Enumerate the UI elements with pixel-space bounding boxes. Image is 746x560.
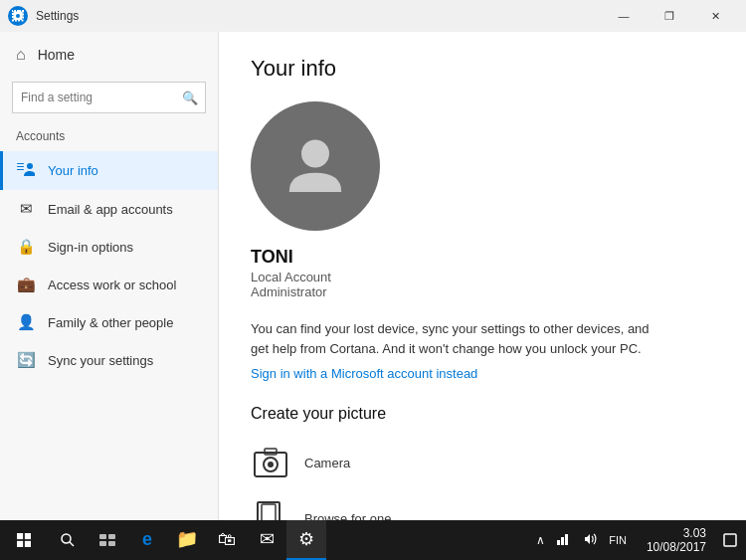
minimize-button[interactable]: — <box>601 0 647 32</box>
create-picture-title: Create your picture <box>251 405 714 423</box>
search-icon: 🔍 <box>182 91 198 105</box>
svg-rect-17 <box>99 534 106 539</box>
sidebar-item-sync-settings[interactable]: 🔄 Sync your settings <box>0 341 218 379</box>
taskbar-app-edge[interactable]: e <box>127 520 167 560</box>
user-name: TONI <box>251 247 714 268</box>
page-title: Your info <box>251 56 714 82</box>
title-bar: Settings — ❐ ✕ <box>0 0 746 32</box>
svg-rect-1 <box>17 166 24 167</box>
svg-rect-10 <box>262 504 276 520</box>
tray-network-icon[interactable] <box>553 531 575 550</box>
title-bar-left: Settings <box>8 6 79 26</box>
taskbar: e 📁 🛍 ✉ ⚙ ∧ FIN 3.03 10/08/2017 <box>0 520 746 560</box>
notification-center-button[interactable] <box>714 520 746 560</box>
tray-volume-icon[interactable] <box>579 531 601 550</box>
close-button[interactable]: ✕ <box>692 0 738 32</box>
taskbar-apps: e 📁 🛍 ✉ ⚙ <box>127 520 524 560</box>
sign-in-icon: 🔒 <box>16 238 36 256</box>
work-icon: 💼 <box>16 276 36 293</box>
svg-rect-0 <box>17 163 24 164</box>
browse-option[interactable]: Browse for one <box>251 490 714 520</box>
camera-option[interactable]: Camera <box>251 435 714 490</box>
title-bar-controls: — ❐ ✕ <box>601 0 738 32</box>
tray-expand-icon[interactable]: ∧ <box>532 531 549 549</box>
user-account-type: Local Account <box>251 270 714 284</box>
title-bar-title: Settings <box>36 9 79 23</box>
home-icon: ⌂ <box>16 46 26 64</box>
sidebar-item-email-app-accounts[interactable]: ✉ Email & app accounts <box>0 190 218 228</box>
svg-point-15 <box>62 534 71 543</box>
svg-point-7 <box>268 462 274 467</box>
camera-label: Camera <box>304 456 350 470</box>
sidebar-item-label-email: Email & app accounts <box>48 202 173 217</box>
info-text: You can find your lost device, sync your… <box>251 319 668 358</box>
settings-window-icon <box>8 6 28 26</box>
sign-in-microsoft-link[interactable]: Sign in with a Microsoft account instead <box>251 366 714 381</box>
taskbar-app-store[interactable]: 🛍 <box>207 520 247 560</box>
svg-rect-13 <box>17 541 23 547</box>
camera-icon <box>251 443 290 482</box>
taskbar-clock[interactable]: 3.03 10/08/2017 <box>639 526 714 555</box>
app-container: ⌂ Home 🔍 Accounts Your info ✉ Email & a <box>0 32 746 520</box>
taskbar-app-settings[interactable]: ⚙ <box>286 520 326 560</box>
main-content: Your info TONI Local Account Administrat… <box>219 32 746 520</box>
sidebar-section-label: Accounts <box>0 125 218 151</box>
home-label: Home <box>38 47 75 63</box>
svg-rect-18 <box>108 534 115 539</box>
sync-icon: 🔄 <box>16 351 36 369</box>
svg-rect-11 <box>17 533 23 539</box>
svg-rect-20 <box>108 541 115 546</box>
svg-rect-2 <box>17 169 24 170</box>
sidebar-item-your-info[interactable]: Your info <box>0 151 218 190</box>
avatar-icon <box>280 129 350 203</box>
sidebar-item-access-work-school[interactable]: 💼 Access work or school <box>0 266 218 303</box>
svg-rect-22 <box>561 537 564 545</box>
clock-time: 3.03 <box>683 526 706 540</box>
family-icon: 👤 <box>16 313 36 331</box>
sidebar-item-label-signin: Sign-in options <box>48 240 133 255</box>
task-view-button[interactable] <box>88 520 127 560</box>
taskbar-search-button[interactable] <box>48 520 88 560</box>
svg-rect-21 <box>557 540 560 545</box>
svg-point-3 <box>27 163 33 169</box>
start-button[interactable] <box>0 520 48 560</box>
tray-language[interactable]: FIN <box>605 534 631 546</box>
store-icon: 🛍 <box>218 529 236 550</box>
explorer-icon: 📁 <box>176 528 198 550</box>
browse-label: Browse for one <box>304 511 391 521</box>
your-info-icon <box>16 161 36 180</box>
sidebar-item-label-work: Access work or school <box>48 278 176 292</box>
svg-rect-19 <box>99 541 106 546</box>
system-tray: ∧ FIN <box>524 531 639 550</box>
sidebar-item-sign-in-options[interactable]: 🔒 Sign-in options <box>0 228 218 266</box>
email-icon: ✉ <box>16 200 36 218</box>
svg-rect-24 <box>724 534 736 546</box>
sidebar-home[interactable]: ⌂ Home <box>0 32 218 78</box>
mail-icon: ✉ <box>260 528 275 550</box>
svg-rect-12 <box>25 533 31 539</box>
user-account-role: Administrator <box>251 284 714 299</box>
search-input[interactable] <box>12 82 206 113</box>
sidebar-item-label-sync: Sync your settings <box>48 353 153 368</box>
taskbar-app-explorer[interactable]: 📁 <box>167 520 207 560</box>
svg-line-16 <box>70 542 74 546</box>
taskbar-app-mail[interactable]: ✉ <box>247 520 286 560</box>
sidebar-item-label-your-info: Your info <box>48 163 98 178</box>
sidebar-item-family-other-people[interactable]: 👤 Family & other people <box>0 303 218 341</box>
maximize-button[interactable]: ❐ <box>647 0 692 32</box>
svg-point-4 <box>301 140 329 168</box>
avatar[interactable] <box>251 101 380 231</box>
browse-icon <box>251 498 290 520</box>
sidebar-item-label-family: Family & other people <box>48 315 173 330</box>
settings-icon: ⚙ <box>298 528 314 550</box>
svg-rect-14 <box>25 541 31 547</box>
sidebar-search-container: 🔍 <box>12 82 206 113</box>
sidebar: ⌂ Home 🔍 Accounts Your info ✉ Email & a <box>0 32 219 520</box>
clock-date: 10/08/2017 <box>647 540 706 554</box>
svg-rect-23 <box>565 534 568 545</box>
